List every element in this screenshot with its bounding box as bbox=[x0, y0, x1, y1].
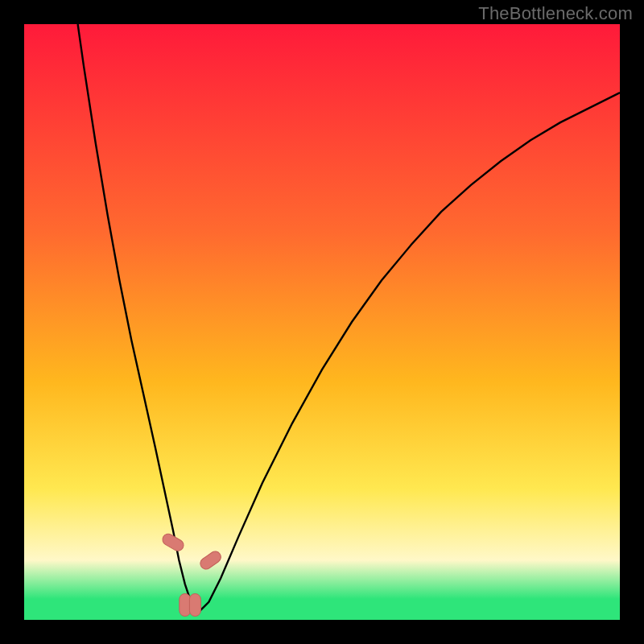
chart-frame: TheBottleneck.com bbox=[0, 0, 644, 644]
markers-group bbox=[160, 532, 223, 617]
svg-rect-2 bbox=[180, 594, 191, 617]
plot-area bbox=[24, 24, 620, 620]
curve-marker bbox=[189, 594, 200, 617]
svg-rect-3 bbox=[189, 594, 200, 617]
curve-layer bbox=[24, 24, 620, 620]
watermark-text: TheBottleneck.com bbox=[478, 3, 633, 24]
bottleneck-curve bbox=[78, 24, 620, 611]
curve-marker bbox=[198, 549, 223, 572]
curve-marker bbox=[180, 594, 191, 617]
svg-rect-4 bbox=[198, 549, 223, 572]
